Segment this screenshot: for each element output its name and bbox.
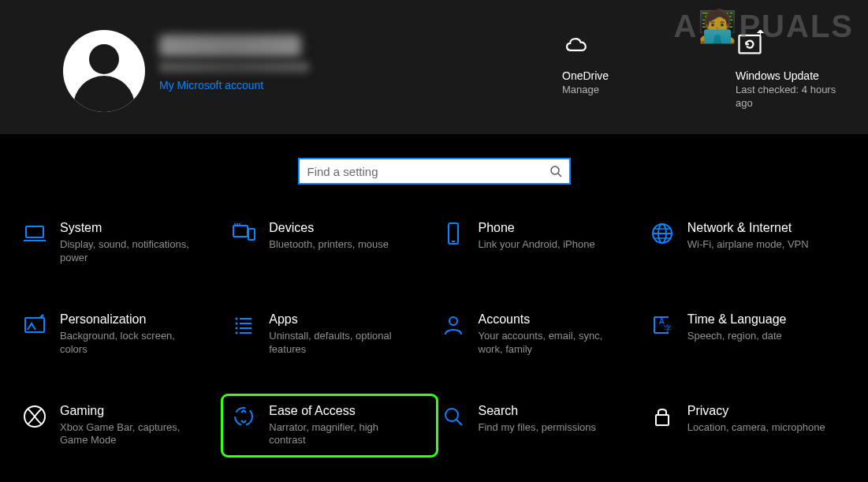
search-wrap xyxy=(0,158,868,185)
personalization-icon xyxy=(22,312,47,338)
category-title: Phone xyxy=(479,221,595,235)
laptop-icon xyxy=(22,221,47,246)
time-lang-icon xyxy=(650,312,675,338)
category-sub: Speech, region, date xyxy=(687,330,787,343)
category-accounts[interactable]: AccountsYour accounts, email, sync, work… xyxy=(434,308,643,361)
onedrive-title: OneDrive xyxy=(562,69,665,82)
user-avatar[interactable] xyxy=(63,30,145,112)
category-personalization[interactable]: PersonalizationBackground, lock screen, … xyxy=(16,308,225,361)
category-title: Personalization xyxy=(60,312,202,327)
category-privacy[interactable]: PrivacyLocation, camera, microphone xyxy=(643,399,852,453)
search-icon xyxy=(549,164,563,178)
category-sub: Bluetooth, printers, mouse xyxy=(269,238,389,252)
category-title: System xyxy=(60,221,202,235)
apps-icon xyxy=(231,312,256,338)
category-title: Devices xyxy=(269,221,389,235)
category-sub: Link your Android, iPhone xyxy=(479,238,595,252)
windows-update-sub: Last checked: 4 hours ago xyxy=(736,84,838,110)
category-sub: Your accounts, email, sync, work, family xyxy=(479,330,620,357)
category-sub: Find my files, permissions xyxy=(479,421,597,435)
category-title: Search xyxy=(479,404,597,418)
category-sub: Background, lock screen, colors xyxy=(60,330,202,357)
windows-update-tile[interactable]: Windows Update Last checked: 4 hours ago xyxy=(736,30,838,110)
ease-icon xyxy=(231,404,256,429)
category-network[interactable]: Network & InternetWi-Fi, airplane mode, … xyxy=(643,216,852,270)
account-text: My Microsoft account xyxy=(159,30,309,92)
search-big-icon xyxy=(441,404,466,429)
devices-icon xyxy=(231,221,256,246)
category-title: Ease of Access xyxy=(269,404,411,418)
category-sub: Location, camera, microphone xyxy=(687,421,825,435)
user-email xyxy=(159,62,309,73)
category-sub: Wi-Fi, airplane mode, VPN xyxy=(687,238,809,252)
phone-icon xyxy=(441,221,466,246)
category-title: Time & Language xyxy=(687,312,787,327)
category-devices[interactable]: DevicesBluetooth, printers, mouse xyxy=(225,216,434,270)
my-microsoft-account-link[interactable]: My Microsoft account xyxy=(159,79,263,92)
quick-tiles: OneDrive Manage Windows Update Last chec… xyxy=(562,30,838,110)
settings-grid: SystemDisplay, sound, notifications, pow… xyxy=(0,185,868,452)
globe-icon xyxy=(650,221,675,246)
cloud-icon xyxy=(562,30,590,58)
update-icon xyxy=(736,30,764,58)
user-name xyxy=(159,35,301,57)
category-sub: Uninstall, defaults, optional features xyxy=(269,330,411,357)
category-title: Gaming xyxy=(60,404,202,418)
category-search[interactable]: SearchFind my files, permissions xyxy=(434,399,643,453)
category-title: Accounts xyxy=(479,312,620,327)
search-input[interactable] xyxy=(300,159,569,183)
category-title: Apps xyxy=(269,312,411,327)
xbox-icon xyxy=(22,404,47,429)
category-system[interactable]: SystemDisplay, sound, notifications, pow… xyxy=(16,216,225,270)
category-sub: Xbox Game Bar, captures, Game Mode xyxy=(60,421,202,448)
onedrive-tile[interactable]: OneDrive Manage xyxy=(562,30,665,110)
category-title: Network & Internet xyxy=(687,221,809,235)
search-box[interactable] xyxy=(298,158,571,185)
category-title: Privacy xyxy=(687,404,825,418)
onedrive-sub: Manage xyxy=(562,84,665,97)
category-apps[interactable]: AppsUninstall, defaults, optional featur… xyxy=(225,308,434,361)
person-icon xyxy=(441,312,466,338)
settings-header: My Microsoft account OneDrive Manage Win… xyxy=(0,0,868,134)
category-sub: Narrator, magnifier, high contrast xyxy=(269,421,411,448)
category-time[interactable]: Time & LanguageSpeech, region, date xyxy=(643,308,852,361)
windows-update-title: Windows Update xyxy=(736,69,838,82)
category-ease[interactable]: Ease of AccessNarrator, magnifier, high … xyxy=(223,396,435,456)
category-phone[interactable]: PhoneLink your Android, iPhone xyxy=(434,216,643,270)
category-gaming[interactable]: GamingXbox Game Bar, captures, Game Mode xyxy=(16,399,225,453)
lock-icon xyxy=(650,404,675,429)
category-sub: Display, sound, notifications, power xyxy=(60,238,202,265)
